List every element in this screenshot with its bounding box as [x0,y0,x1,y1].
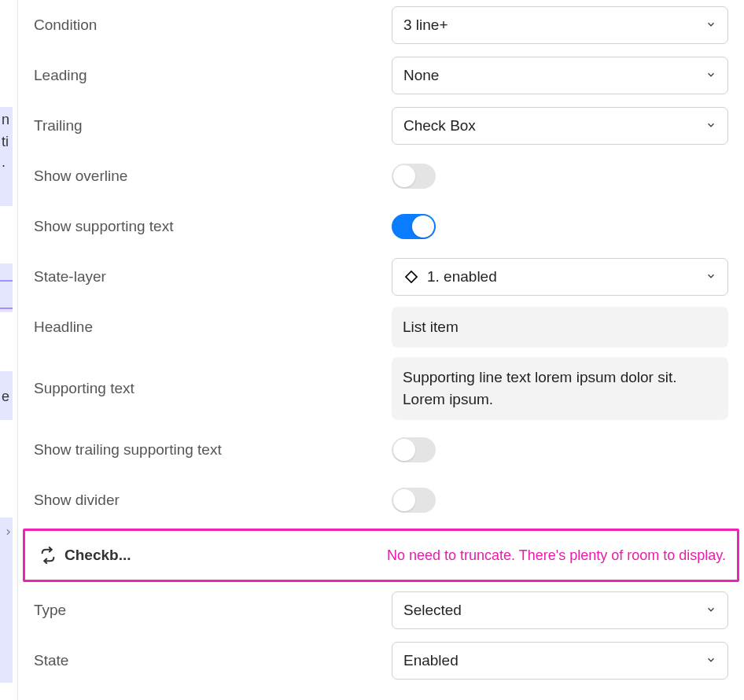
toggle-show-supporting-text[interactable] [392,214,436,239]
row-supporting-text: Supporting text Supporting line text lor… [18,352,744,425]
label-headline: Headline [34,319,392,336]
toggle-knob [393,165,415,187]
label-show-overline: Show overline [34,168,392,185]
select-state[interactable]: Enabled [392,642,728,680]
row-headline: Headline List item [18,302,744,352]
cropped-text: . [2,154,13,171]
label-show-supporting-text: Show supporting text [34,218,392,235]
properties-panel: Condition 3 line+ Leading None Trailing [17,0,744,700]
select-trailing[interactable]: Check Box [392,107,728,145]
chevron-down-icon [705,17,716,34]
row-condition: Condition 3 line+ [18,0,744,50]
row-show-overline: Show overline [18,151,744,201]
select-condition[interactable]: 3 line+ [392,6,728,44]
chevron-down-icon [705,268,716,286]
select-value: None [403,67,439,84]
cropped-text: n [2,112,13,128]
chevron-down-icon [705,652,716,669]
annotation-text: No need to truncate. There's plenty of r… [387,547,726,564]
diamond-icon [403,269,419,285]
highlight-bar [0,518,13,683]
row-show-divider: Show divider [18,475,744,525]
select-value: Selected [403,602,462,619]
row-show-trailing-supporting-text: Show trailing supporting text [18,425,744,475]
label-trailing: Trailing [34,117,392,134]
select-value: Enabled [403,652,459,669]
toggle-knob [412,216,434,238]
section-header-checkbox[interactable]: Checkb... No need to truncate. There's p… [25,536,737,575]
chevron-down-icon [705,67,716,84]
label-type: Type [34,602,392,619]
label-state-layer: State-layer [34,268,392,286]
label-leading: Leading [34,67,392,84]
chevron-down-icon [705,602,716,619]
input-headline[interactable]: List item [392,307,728,348]
label-state: State [34,652,392,669]
label-show-trailing-supporting-text: Show trailing supporting text [34,441,392,459]
divider-line [0,280,13,282]
row-trailing: Trailing Check Box [18,101,744,151]
input-value: Supporting line text lorem ipsum dolor s… [403,369,677,407]
divider-line [0,308,13,309]
input-supporting-text[interactable]: Supporting line text lorem ipsum dolor s… [392,357,728,419]
section-title: Checkb... [64,547,131,564]
toggle-show-divider[interactable] [392,488,436,513]
annotation-highlight-box: Checkb... No need to truncate. There's p… [23,529,739,582]
toggle-knob [393,489,415,511]
input-value: List item [403,319,459,335]
select-value: 3 line+ [403,17,448,34]
select-value: 1. enabled [427,268,497,286]
select-leading[interactable]: None [392,57,728,94]
toggle-knob [393,439,415,461]
select-value: Check Box [403,117,476,134]
cropped-text: ti [2,134,13,150]
toggle-show-trailing-supporting-text[interactable] [392,437,436,462]
cropped-text: e [2,389,13,405]
label-show-divider: Show divider [34,492,392,509]
label-supporting-text: Supporting text [34,380,392,397]
select-state-layer[interactable]: 1. enabled [392,258,728,296]
swap-icon [39,547,57,564]
row-state: State Enabled [18,636,744,686]
row-show-supporting-text: Show supporting text [18,201,744,252]
row-type: Type Selected [18,585,744,636]
chevron-down-icon [705,117,716,134]
label-condition: Condition [34,17,392,34]
row-leading: Leading None [18,50,744,101]
select-type[interactable]: Selected [392,591,728,629]
highlight-bar [0,263,13,312]
toggle-show-overline[interactable] [392,164,436,189]
left-edge-strip: n ti . e [0,0,17,700]
svg-rect-0 [406,271,417,282]
row-state-layer: State-layer 1. enabled [18,252,744,302]
collapse-chevron-icon[interactable] [3,526,13,540]
